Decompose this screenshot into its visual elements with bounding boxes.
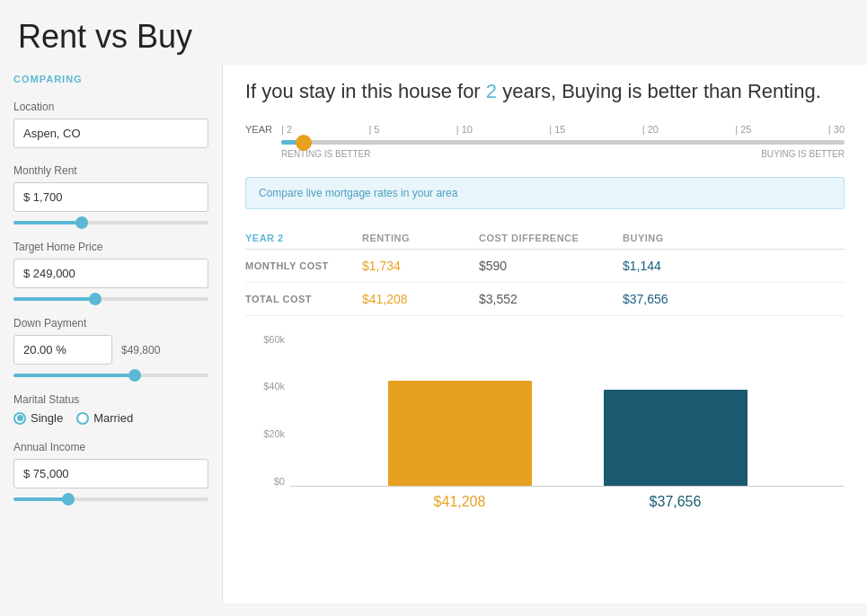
target-home-price-group: Target Home Price <box>13 241 208 301</box>
data-table: YEAR 2 RENTING COST DIFFERENCE BUYING MO… <box>245 227 845 316</box>
annual-income-group: Annual Income <box>13 441 208 501</box>
year-ticks-row: | 2 | 5 | 10 | 15 | 20 | 25 | 30 <box>281 124 845 135</box>
year-slider-thumb[interactable] <box>296 135 312 151</box>
marital-status-radio-group: Single Married <box>13 411 208 425</box>
radio-married-label: Married <box>93 411 133 425</box>
table-row: MONTHLY COST $1,734 $590 $1,144 <box>245 249 845 282</box>
comparing-label: COMPARING <box>13 74 208 84</box>
radio-married[interactable]: Married <box>76 411 133 425</box>
col-header-renting: RENTING <box>362 227 479 250</box>
buying-better-label: BUYING IS BETTER <box>761 149 845 159</box>
down-payment-group: Down Payment $49,800 <box>13 317 208 377</box>
rent-bar <box>388 381 532 486</box>
year-tick-labels: YEAR | 2 | 5 | 10 | 15 | 20 | 25 | 30 <box>245 124 845 135</box>
radio-single-label: Single <box>31 411 63 425</box>
monthly-rent-group: Monthly Rent <box>13 164 208 224</box>
page-container: Rent vs Buy COMPARING Location Monthly R… <box>0 0 867 603</box>
table-header-row: YEAR 2 RENTING COST DIFFERENCE BUYING <box>245 227 845 250</box>
year-slider-area: YEAR | 2 | 5 | 10 | 15 | 20 | 25 | 30 <box>245 124 845 159</box>
headline: If you stay in this house for 2 years, B… <box>245 78 845 106</box>
main-slider-wrap <box>245 140 845 145</box>
y-axis: $60k $40k $20k $0 <box>245 334 285 487</box>
down-payment-row: $49,800 <box>13 335 208 365</box>
rent-bar-group <box>388 381 532 486</box>
down-payment-dollar-value: $49,800 <box>121 344 160 356</box>
year-label: YEAR <box>245 124 281 135</box>
y-label-40k: $40k <box>245 381 285 392</box>
annual-income-slider-track[interactable] <box>13 497 208 501</box>
bars-area <box>290 334 845 487</box>
y-label-60k: $60k <box>245 334 285 345</box>
tick-15: | 15 <box>549 124 565 135</box>
marital-status-group: Marital Status Single Married <box>13 393 208 425</box>
down-payment-slider-fill <box>13 374 135 377</box>
rent-bar-label: $41,208 <box>388 494 532 510</box>
sidebar: COMPARING Location Monthly Rent Target H… <box>0 65 223 603</box>
target-home-price-input[interactable] <box>13 259 208 288</box>
down-payment-slider-track[interactable] <box>13 374 208 377</box>
total-cost-renting: $41,208 <box>362 282 479 315</box>
monthly-rent-slider-fill <box>13 221 82 224</box>
location-group: Location <box>13 101 208 148</box>
col-header-year: YEAR 2 <box>245 227 362 250</box>
tick-2: | 2 <box>281 124 292 135</box>
tick-10: | 10 <box>456 124 473 135</box>
col-header-diff: COST DIFFERENCE <box>479 227 623 250</box>
slider-bottom-labels: RENTING IS BETTER BUYING IS BETTER <box>245 149 845 159</box>
location-input[interactable] <box>13 119 208 148</box>
monthly-rent-input[interactable] <box>13 182 208 212</box>
monthly-rent-label: Monthly Rent <box>13 164 208 177</box>
year-slider-track[interactable] <box>281 140 845 145</box>
monthly-cost-buying: $1,144 <box>623 249 845 282</box>
buy-bar-group <box>604 390 748 486</box>
main-layout: COMPARING Location Monthly Rent Target H… <box>0 65 867 603</box>
tick-5: | 5 <box>368 124 379 135</box>
down-payment-slider-thumb[interactable] <box>128 369 141 382</box>
down-payment-label: Down Payment <box>13 317 208 330</box>
buy-bar <box>604 390 748 486</box>
monthly-cost-label: MONTHLY COST <box>245 249 362 282</box>
radio-married-circle <box>76 412 89 425</box>
tick-30: | 30 <box>828 124 845 135</box>
location-label: Location <box>13 101 208 113</box>
y-label-0: $0 <box>245 476 285 487</box>
monthly-rent-slider-track[interactable] <box>13 221 208 224</box>
content-area: If you stay in this house for 2 years, B… <box>223 65 867 603</box>
bar-labels-row: $41,208 $37,656 <box>290 494 845 510</box>
headline-year: 2 <box>486 80 497 102</box>
annual-income-input[interactable] <box>13 459 208 488</box>
tick-20: | 20 <box>642 124 659 135</box>
total-cost-diff: $3,552 <box>479 282 623 315</box>
annual-income-label: Annual Income <box>13 441 208 453</box>
headline-prefix: If you stay in this house for <box>245 80 486 102</box>
headline-suffix: years, Buying is better than Renting. <box>497 80 821 102</box>
total-cost-label: TOTAL COST <box>245 282 362 315</box>
annual-income-slider-thumb[interactable] <box>62 493 75 506</box>
down-payment-input[interactable] <box>13 335 112 365</box>
compare-banner-text: Compare live mortgage rates in your area <box>259 187 457 199</box>
tick-25: | 25 <box>735 124 751 135</box>
page-title: Rent vs Buy <box>0 0 867 65</box>
annual-income-slider-fill <box>13 497 68 501</box>
marital-status-label: Marital Status <box>13 393 208 406</box>
buy-bar-label: $37,656 <box>604 494 748 510</box>
total-cost-buying: $37,656 <box>623 282 845 315</box>
compare-banner[interactable]: Compare live mortgage rates in your area <box>245 177 845 209</box>
radio-single-circle <box>13 412 26 425</box>
radio-single[interactable]: Single <box>13 411 63 425</box>
monthly-cost-diff: $590 <box>479 249 623 282</box>
target-home-price-slider-thumb[interactable] <box>89 293 102 305</box>
monthly-rent-slider-thumb[interactable] <box>75 216 88 229</box>
col-header-buying: BUYING <box>623 227 845 250</box>
target-home-price-label: Target Home Price <box>13 241 208 253</box>
monthly-cost-renting: $1,734 <box>362 249 479 282</box>
bar-chart-container: $60k $40k $20k $0 <box>245 334 845 523</box>
target-home-price-slider-fill <box>13 297 95 301</box>
target-home-price-slider-track[interactable] <box>13 297 208 301</box>
renting-better-label: RENTING IS BETTER <box>281 149 370 159</box>
table-row: TOTAL COST $41,208 $3,552 $37,656 <box>245 282 845 315</box>
y-label-20k: $20k <box>245 428 285 439</box>
